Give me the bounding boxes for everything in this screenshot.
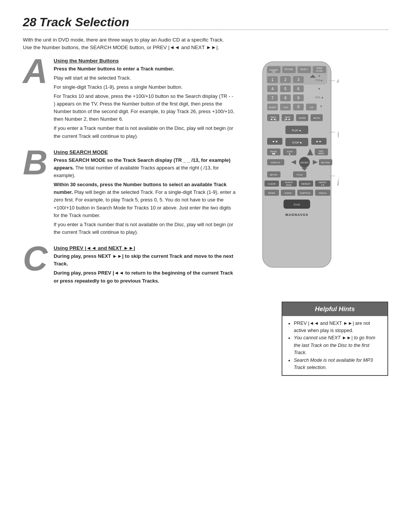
svg-text:B: B (337, 170, 339, 189)
section-b-content: Using SEARCH MODE Press SEARCH MODE so t… (54, 149, 236, 238)
section-divider (23, 29, 388, 30)
svg-text:REPEAT: REPEAT (301, 183, 311, 185)
section-c-letter: C (23, 241, 48, 286)
svg-text:■■: ■■ (272, 152, 275, 155)
svg-text:9: 9 (297, 96, 299, 100)
svg-text:ZOOM: ZOOM (299, 117, 306, 119)
page-title: 28Track Selection (23, 15, 388, 29)
section-a-title: Using the Number Buttons (54, 58, 236, 64)
remote-image: STANDBY /ON PICTURE SELECT OPEN/ CLOSE ▲ (255, 58, 339, 272)
section-a-p1: Play will start at the selected Track. (54, 74, 236, 82)
svg-text:2: 2 (284, 78, 287, 82)
svg-text:DVD: DVD (294, 203, 300, 206)
section-b-title: Using SEARCH MODE (54, 149, 236, 155)
svg-text:8: 8 (284, 96, 287, 100)
svg-text:3: 3 (297, 78, 299, 82)
main-layout: A Using the Number Buttons Press the Num… (23, 58, 388, 294)
svg-text:7: 7 (271, 96, 274, 100)
svg-text:►►: ►► (316, 140, 322, 143)
svg-text:SELECT: SELECT (300, 68, 307, 70)
svg-text:VOL▲: VOL▲ (315, 96, 324, 99)
svg-text:MODE: MODE (286, 184, 292, 186)
svg-text:MAGNAVOX: MAGNAVOX (285, 213, 308, 217)
hint-item-1: PREV |◄◄ and NEXT ►►| are not active whe… (294, 320, 382, 335)
svg-text:▼: ▼ (318, 87, 321, 91)
section-b-normal1: The total number of available Tracks app… (54, 165, 219, 178)
helpful-hints-title: Helpful Hints (282, 302, 387, 316)
svg-text:/ON: /ON (272, 71, 276, 73)
helpful-hints-box: Helpful Hints PREV |◄◄ and NEXT ►►| are … (282, 302, 388, 376)
svg-text:SLEEP: SLEEP (269, 106, 276, 109)
svg-text:PICTURE: PICTURE (285, 68, 293, 70)
svg-text:5: 5 (284, 87, 287, 91)
svg-text:REPEAT: REPEAT (319, 181, 327, 184)
section-a-p2: For single-digit Tracks (1-9), press a s… (54, 83, 236, 91)
svg-text:C: C (337, 125, 339, 143)
svg-text:4: 4 (271, 87, 274, 91)
svg-text:CLEAR: CLEAR (268, 183, 276, 185)
left-content: A Using the Number Buttons Press the Num… (23, 58, 236, 294)
svg-text:PLAY ►: PLAY ► (292, 129, 302, 132)
svg-text:STOP ■: STOP ■ (292, 141, 302, 144)
section-c-text: During play, press NEXT ►►| to skip the … (54, 252, 236, 285)
svg-text:A-B: A-B (336, 70, 339, 86)
helpful-hints-list: PREV |◄◄ and NEXT ►►| are not active whe… (288, 320, 382, 372)
svg-text:SETUP: SETUP (270, 174, 277, 176)
svg-text:1: 1 (271, 78, 274, 82)
svg-text:DISPLAY: DISPLAY (271, 161, 280, 164)
right-content: STANDBY /ON PICTURE SELECT OPEN/ CLOSE ▲ (244, 58, 350, 294)
svg-text:MODE: MODE (268, 192, 275, 194)
svg-text:◄◄|: ◄◄| (270, 118, 277, 121)
svg-text:◄◄: ◄◄ (272, 140, 278, 143)
svg-text:|►►: |►► (284, 118, 291, 121)
section-a-p4: If you enter a Track number that is not … (54, 125, 236, 140)
svg-text:OPEN/: OPEN/ (316, 67, 322, 69)
section-a: A Using the Number Buttons Press the Num… (23, 58, 236, 142)
hint-item-2: You cannot use NEXT ►►| to go from the l… (294, 334, 382, 356)
svg-text:CLOSE: CLOSE (316, 70, 323, 72)
remote-svg: STANDBY /ON PICTURE SELECT OPEN/ CLOSE ▲ (255, 58, 339, 271)
svg-text:▲: ▲ (318, 74, 321, 77)
section-a-letter: A (23, 54, 48, 142)
section-b: B Using SEARCH MODE Press SEARCH MODE so… (23, 149, 236, 238)
svg-text:0: 0 (297, 105, 299, 109)
svg-text:RETURN: RETURN (321, 161, 330, 164)
section-c-content: Using PREV |◄◄ and NEXT ►►| During play,… (54, 245, 236, 286)
svg-text:CH▲: CH▲ (315, 78, 323, 82)
svg-text:TITLE: TITLE (296, 174, 303, 176)
section-c-bold2: During play, press PREV |◄◄ to return to… (54, 270, 233, 283)
svg-text:+100: +100 (283, 106, 288, 109)
svg-text:▲: ▲ (288, 152, 291, 155)
svg-text:▼: ▼ (320, 105, 323, 108)
section-c-title: Using PREV |◄◄ and NEXT ►►| (54, 245, 236, 251)
section-a-text: Press the Number buttons to enter a Trac… (54, 65, 236, 140)
svg-text:ANGLE: ANGLE (319, 192, 327, 194)
section-b-p1: If you enter a Track number that is not … (54, 221, 236, 236)
svg-text:A-B: A-B (321, 184, 325, 186)
section-b-text: Press SEARCH MODE so the Track Search di… (54, 157, 236, 236)
section-a-bold: Press the Number buttons to enter a Trac… (54, 66, 174, 72)
svg-text:+10: +10 (309, 106, 314, 109)
svg-text:SEARCH: SEARCH (285, 181, 293, 184)
svg-text:6: 6 (297, 87, 299, 91)
hint-item-3: Search Mode is not available for MP3 Tra… (294, 357, 382, 372)
section-a-content: Using the Number Buttons Press the Numbe… (54, 58, 236, 142)
svg-text:AUDIO: AUDIO (284, 192, 292, 194)
section-b-letter: B (23, 145, 48, 238)
section-a-p3: For Tracks 10 and above, press the +100/… (54, 93, 236, 123)
svg-text:MENU: MENU (319, 152, 324, 155)
section-c-bold1: During play, press NEXT ►►| to skip the … (54, 253, 233, 267)
svg-text:ENTER: ENTER (301, 161, 309, 164)
intro-paragraph: With the unit in DVD mode, there are thr… (23, 36, 228, 52)
svg-text:SUBTITLE: SUBTITLE (300, 192, 311, 194)
section-b-normal2: Play will begin at the selected Track. F… (54, 189, 236, 218)
section-c: C Using PREV |◄◄ and NEXT ►►| During pla… (23, 245, 236, 286)
svg-text:MUTE: MUTE (314, 117, 320, 119)
helpful-hints-content: PREV |◄◄ and NEXT ►►| are not active whe… (282, 316, 387, 375)
helpful-hints-container: Helpful Hints PREV |◄◄ and NEXT ►►| are … (23, 302, 388, 376)
title-text: Track Selection (40, 15, 129, 29)
